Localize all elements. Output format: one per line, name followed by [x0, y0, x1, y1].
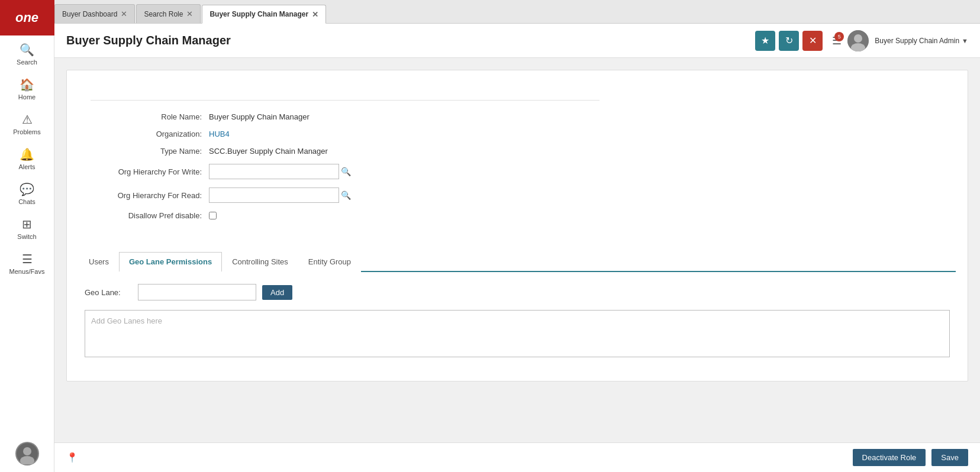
form-divider [91, 100, 599, 101]
geo-lanes-area: Add Geo Lanes here [85, 310, 950, 357]
svg-point-1 [23, 447, 31, 455]
form-row-org-hierarchy-read: Org Hierarchy For Read: 🔍 [91, 187, 599, 203]
page-content: Role Name: Buyer Supply Chain Manager Or… [54, 58, 980, 442]
org-hierarchy-read-search-button[interactable]: 🔍 [341, 190, 351, 200]
tab-users[interactable]: Users [79, 252, 119, 272]
form-row-type-name: Type Name: SCC.Buyer Supply Chain Manage… [91, 147, 599, 156]
notifications-button[interactable]: ☰ 5 [832, 34, 842, 47]
inner-tabs-section: Users Geo Lane Permissions Controlling S… [79, 252, 956, 369]
search-icon: 🔍 [20, 43, 34, 57]
disallow-pref-checkbox[interactable] [209, 212, 217, 219]
main-area: Buyer Dashboard ✕ Search Role ✕ Buyer Su… [54, 0, 980, 472]
inner-tabs-nav: Users Geo Lane Permissions Controlling S… [79, 252, 956, 272]
geo-lane-input-row: Geo Lane: Add [85, 284, 950, 300]
tab-geo-lane-permissions[interactable]: Geo Lane Permissions [119, 252, 222, 272]
page-header: Buyer Supply Chain Manager ★ ↻ ✕ ☰ 5 Buy… [54, 24, 980, 58]
alerts-icon: 🔔 [20, 147, 34, 161]
org-hierarchy-write-label: Org Hierarchy For Write: [91, 167, 209, 176]
problems-icon: ⚠ [22, 112, 33, 127]
add-geo-lane-button[interactable]: Add [262, 285, 292, 300]
switch-icon: ⊞ [22, 217, 32, 231]
org-hierarchy-read-label: Org Hierarchy For Read: [91, 191, 209, 200]
geo-lane-tab-content: Geo Lane: Add Add Geo Lanes here [79, 272, 956, 369]
page-footer: 📍 Deactivate Role Save [54, 442, 980, 472]
svg-point-4 [854, 34, 862, 43]
close-button[interactable]: ✕ [802, 31, 823, 51]
disallow-pref-label: Disallow Pref disable: [91, 211, 209, 220]
sidebar: one 🔍 Search 🏠 Home ⚠ Problems 🔔 Alerts … [0, 0, 54, 472]
footer-info-icon[interactable]: 📍 [66, 452, 78, 463]
sidebar-item-menus[interactable]: ☰ Menus/Favs [0, 245, 54, 280]
form-row-role-name: Role Name: Buyer Supply Chain Manager [91, 112, 599, 121]
deactivate-role-button[interactable]: Deactivate Role [853, 449, 926, 466]
menus-icon: ☰ [22, 252, 33, 266]
footer-buttons: Deactivate Role Save [853, 449, 968, 466]
sidebar-item-problems[interactable]: ⚠ Problems [0, 105, 54, 140]
tab-close-search-role[interactable]: ✕ [186, 10, 193, 18]
user-dropdown[interactable]: Buyer Supply Chain Admin ▼ [875, 37, 968, 45]
chats-icon: 💬 [20, 182, 34, 196]
org-hierarchy-read-input[interactable] [209, 187, 339, 203]
tab-bar: Buyer Dashboard ✕ Search Role ✕ Buyer Su… [54, 0, 980, 24]
sidebar-item-home[interactable]: 🏠 Home [0, 70, 54, 105]
form-row-organization: Organization: HUB4 [91, 130, 599, 138]
save-button[interactable]: Save [931, 449, 968, 466]
tab-search-role[interactable]: Search Role ✕ [136, 4, 201, 23]
organization-value[interactable]: HUB4 [209, 130, 230, 138]
form-row-org-hierarchy-write: Org Hierarchy For Write: 🔍 [91, 164, 599, 179]
sidebar-item-alerts[interactable]: 🔔 Alerts [0, 140, 54, 175]
type-name-value: SCC.Buyer Supply Chain Manager [209, 147, 328, 156]
org-hierarchy-write-search-button[interactable]: 🔍 [341, 167, 351, 176]
role-name-label: Role Name: [91, 112, 209, 121]
user-name: Buyer Supply Chain Admin [875, 37, 959, 45]
sidebar-item-chats[interactable]: 💬 Chats [0, 175, 54, 210]
form-row-disallow-pref: Disallow Pref disable: [91, 211, 599, 220]
form-section: Role Name: Buyer Supply Chain Manager Or… [79, 88, 611, 240]
tab-buyer-dashboard[interactable]: Buyer Dashboard ✕ [54, 4, 135, 23]
role-name-value: Buyer Supply Chain Manager [209, 112, 310, 121]
avatar-bottom [15, 442, 39, 465]
sidebar-bottom-avatar[interactable] [0, 435, 54, 472]
tab-controlling-sites[interactable]: Controlling Sites [222, 252, 298, 272]
home-icon: 🏠 [20, 77, 34, 92]
dropdown-arrow-icon: ▼ [962, 37, 968, 44]
main-card: Role Name: Buyer Supply Chain Manager Or… [66, 70, 968, 382]
page-title: Buyer Supply Chain Manager [66, 34, 755, 47]
app-logo[interactable]: one [0, 0, 54, 35]
star-button[interactable]: ★ [755, 31, 775, 51]
geo-lane-input[interactable] [138, 284, 256, 300]
sidebar-item-switch[interactable]: ⊞ Switch [0, 210, 54, 245]
type-name-label: Type Name: [91, 147, 209, 156]
refresh-button[interactable]: ↻ [779, 31, 799, 51]
header-right: ☰ 5 Buyer Supply Chain Admin ▼ [832, 30, 968, 51]
notifications-badge: 5 [834, 32, 844, 41]
tab-close-buyer-supply-chain-manager[interactable]: ✕ [312, 11, 318, 18]
geo-lane-label: Geo Lane: [85, 288, 132, 297]
tab-entity-group[interactable]: Entity Group [298, 252, 361, 272]
sidebar-item-search[interactable]: 🔍 Search [0, 35, 54, 70]
tab-buyer-supply-chain-manager[interactable]: Buyer Supply Chain Manager ✕ [202, 5, 326, 24]
tab-close-buyer-dashboard[interactable]: ✕ [121, 10, 127, 18]
user-avatar [847, 30, 869, 51]
org-hierarchy-write-input[interactable] [209, 164, 339, 179]
organization-label: Organization: [91, 130, 209, 138]
header-action-buttons: ★ ↻ ✕ [755, 31, 823, 51]
